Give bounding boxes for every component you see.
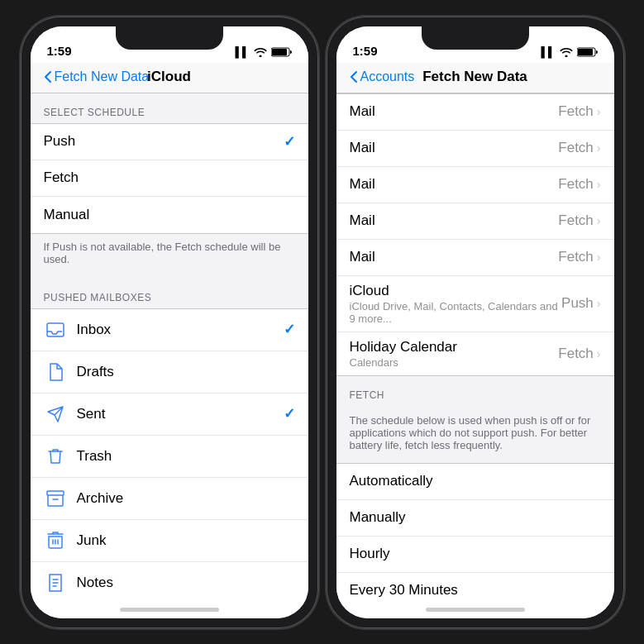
nav-bar-2: Accounts Fetch New Data [336, 63, 614, 93]
drafts-icon [44, 360, 67, 384]
phone-1: 1:59 ▌▌ Fetch New Data iCloud [21, 17, 318, 628]
junk-label: Junk [77, 532, 295, 549]
notch-1 [116, 26, 223, 50]
icloud-item[interactable]: iCloud iCloud Drive, Mail, Contacts, Cal… [336, 276, 614, 332]
fetch-info-text: The schedule below is used when push is … [336, 406, 614, 463]
sent-icon [44, 403, 67, 426]
fetch-section-header: FETCH [336, 376, 614, 406]
icloud-sub: iCloud Drive, Mail, Contacts, Calendars … [350, 300, 562, 325]
content-2: Mail Fetch › Mail Fetch › [336, 93, 614, 602]
list-item[interactable]: Mail Fetch › [336, 167, 614, 203]
notch-2 [422, 26, 529, 50]
account-value: Fetch [558, 140, 594, 156]
svg-rect-3 [47, 491, 64, 495]
fetch-label: Fetch [44, 169, 295, 186]
trash-label: Trash [77, 448, 295, 465]
trash-icon [44, 445, 67, 468]
back-button-2[interactable]: Accounts [350, 69, 415, 84]
chevron-icon: › [597, 250, 601, 264]
account-value: Fetch [558, 103, 594, 120]
svg-rect-1 [272, 49, 287, 55]
account-value: Fetch [558, 249, 594, 265]
notes-icon [44, 571, 67, 594]
inbox-check: ✓ [284, 321, 295, 338]
list-item[interactable]: Trash [31, 436, 308, 478]
chevron-icon: › [597, 214, 601, 227]
list-item[interactable]: Manually [336, 500, 614, 537]
fetch-options-list: Automatically Manually Hourly Every 30 M… [336, 463, 614, 602]
chevron-icon: › [597, 141, 601, 155]
list-item[interactable]: Inbox ✓ [31, 309, 308, 351]
icloud-value: Push [561, 295, 594, 312]
list-item[interactable]: Notes [31, 562, 308, 602]
chevron-icon: › [597, 347, 601, 360]
signal-icon-1: ▌▌ [235, 46, 249, 58]
back-label-2: Accounts [360, 69, 415, 84]
list-item[interactable]: Manual [31, 197, 308, 233]
battery-icon-2 [577, 47, 598, 57]
page-title-1: iCloud [147, 69, 191, 85]
notes-label: Notes [77, 575, 295, 591]
signal-icon-2: ▌▌ [541, 46, 555, 58]
status-icons-2: ▌▌ [541, 46, 597, 58]
status-icons-1: ▌▌ [235, 46, 291, 58]
accounts-list: Mail Fetch › Mail Fetch › [336, 93, 614, 376]
list-item[interactable]: Fetch [31, 160, 308, 197]
list-item[interactable]: Hourly [336, 537, 614, 573]
schedule-header: SELECT SCHEDULE [31, 93, 308, 123]
holiday-name: Holiday Calendar [350, 339, 457, 355]
back-label-1: Fetch New Data [55, 69, 150, 84]
svg-rect-5 [578, 49, 593, 55]
junk-icon [44, 529, 67, 552]
list-item[interactable]: Mail Fetch › [336, 94, 614, 131]
schedule-list: Push ✓ Fetch Manual [31, 123, 308, 234]
wifi-icon-2 [560, 47, 573, 57]
list-item[interactable]: Push ✓ [31, 124, 308, 160]
content-1: SELECT SCHEDULE Push ✓ Fetch Manual If P… [31, 93, 308, 602]
account-value: Fetch [558, 212, 594, 229]
list-item[interactable]: Automatically [336, 464, 614, 500]
sent-label: Sent [77, 406, 284, 422]
list-item[interactable]: Every 30 Minutes [336, 573, 614, 602]
list-item[interactable]: Drafts [31, 351, 308, 394]
home-indicator-1 [31, 602, 308, 618]
chevron-icon: › [597, 178, 601, 191]
back-button-1[interactable]: Fetch New Data [44, 69, 150, 84]
list-item[interactable]: Mail Fetch › [336, 240, 614, 276]
holiday-value: Fetch [558, 346, 594, 362]
schedule-info: If Push is not available, the Fetch sche… [31, 234, 308, 279]
list-item[interactable]: Archive [31, 478, 308, 520]
archive-icon [44, 487, 67, 510]
list-item[interactable]: Junk [31, 520, 308, 562]
battery-icon-1 [271, 47, 292, 57]
icloud-name: iCloud [350, 283, 562, 299]
time-2: 1:59 [353, 44, 378, 58]
home-indicator-2 [336, 602, 614, 618]
drafts-label: Drafts [77, 364, 295, 380]
wifi-icon-1 [254, 47, 267, 57]
mailboxes-header: PUSHED MAILBOXES [31, 279, 308, 308]
manual-label: Manual [44, 207, 295, 223]
mailboxes-list: Inbox ✓ Drafts S [31, 308, 308, 602]
archive-label: Archive [77, 490, 295, 507]
account-value: Fetch [558, 176, 594, 193]
list-item[interactable]: Mail Fetch › [336, 203, 614, 240]
list-item[interactable]: Mail Fetch › [336, 131, 614, 167]
holiday-item[interactable]: Holiday Calendar Calendars Fetch › [336, 332, 614, 375]
nav-bar-1: Fetch New Data iCloud [31, 63, 308, 93]
list-item[interactable]: Sent ✓ [31, 394, 308, 436]
chevron-icon: › [597, 297, 601, 310]
holiday-sub: Calendars [350, 356, 457, 369]
phone-2: 1:59 ▌▌ Accounts Fetch New Data [327, 17, 624, 628]
chevron-icon: › [597, 105, 601, 118]
inbox-label: Inbox [77, 322, 284, 338]
page-title-2: Fetch New Data [422, 69, 527, 85]
inbox-icon [44, 318, 67, 341]
push-check: ✓ [284, 133, 295, 150]
push-label: Push [44, 133, 284, 150]
sent-check: ✓ [284, 405, 295, 422]
time-1: 1:59 [47, 44, 72, 58]
